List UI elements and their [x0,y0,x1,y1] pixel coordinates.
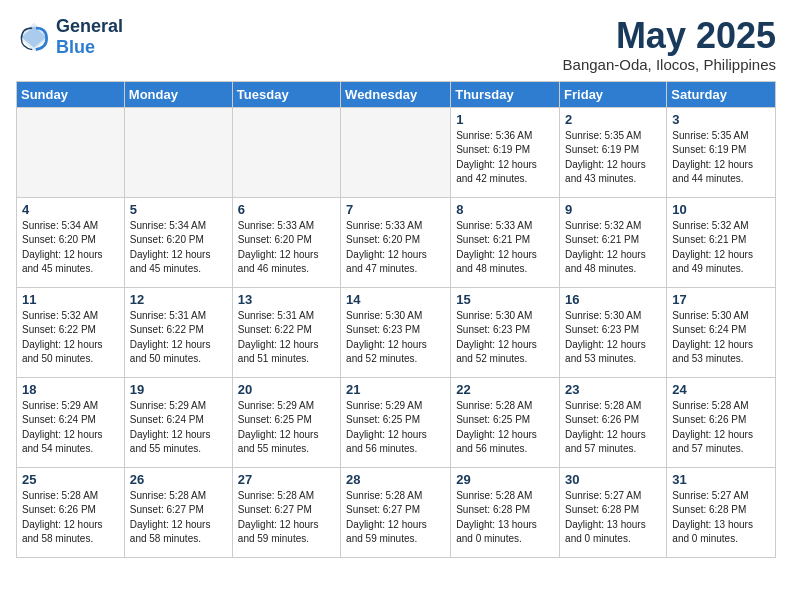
day-info: Sunrise: 5:28 AM Sunset: 6:26 PM Dayligh… [672,399,770,457]
page-header: General Blue May 2025 Bangan-Oda, Ilocos… [16,16,776,73]
day-info: Sunrise: 5:34 AM Sunset: 6:20 PM Dayligh… [22,219,119,277]
column-header-tuesday: Tuesday [232,81,340,107]
day-cell [232,107,340,197]
day-info: Sunrise: 5:30 AM Sunset: 6:24 PM Dayligh… [672,309,770,367]
day-info: Sunrise: 5:32 AM Sunset: 6:22 PM Dayligh… [22,309,119,367]
day-info: Sunrise: 5:28 AM Sunset: 6:27 PM Dayligh… [130,489,227,547]
week-row-4: 18Sunrise: 5:29 AM Sunset: 6:24 PM Dayli… [17,377,776,467]
logo-text: General Blue [56,16,123,58]
day-info: Sunrise: 5:27 AM Sunset: 6:28 PM Dayligh… [565,489,661,547]
day-number: 15 [456,292,554,307]
day-cell: 11Sunrise: 5:32 AM Sunset: 6:22 PM Dayli… [17,287,125,377]
day-cell [341,107,451,197]
day-info: Sunrise: 5:29 AM Sunset: 6:25 PM Dayligh… [238,399,335,457]
day-number: 31 [672,472,770,487]
column-header-friday: Friday [560,81,667,107]
day-number: 25 [22,472,119,487]
day-cell: 19Sunrise: 5:29 AM Sunset: 6:24 PM Dayli… [124,377,232,467]
day-cell: 22Sunrise: 5:28 AM Sunset: 6:25 PM Dayli… [451,377,560,467]
month-title: May 2025 [563,16,776,56]
day-info: Sunrise: 5:34 AM Sunset: 6:20 PM Dayligh… [130,219,227,277]
day-info: Sunrise: 5:27 AM Sunset: 6:28 PM Dayligh… [672,489,770,547]
day-info: Sunrise: 5:28 AM Sunset: 6:27 PM Dayligh… [346,489,445,547]
day-number: 13 [238,292,335,307]
day-number: 4 [22,202,119,217]
day-info: Sunrise: 5:30 AM Sunset: 6:23 PM Dayligh… [346,309,445,367]
day-cell [124,107,232,197]
day-cell: 23Sunrise: 5:28 AM Sunset: 6:26 PM Dayli… [560,377,667,467]
week-row-5: 25Sunrise: 5:28 AM Sunset: 6:26 PM Dayli… [17,467,776,557]
day-number: 27 [238,472,335,487]
day-cell: 7Sunrise: 5:33 AM Sunset: 6:20 PM Daylig… [341,197,451,287]
day-cell: 10Sunrise: 5:32 AM Sunset: 6:21 PM Dayli… [667,197,776,287]
day-cell: 30Sunrise: 5:27 AM Sunset: 6:28 PM Dayli… [560,467,667,557]
day-cell: 13Sunrise: 5:31 AM Sunset: 6:22 PM Dayli… [232,287,340,377]
day-number: 8 [456,202,554,217]
day-number: 1 [456,112,554,127]
day-cell: 16Sunrise: 5:30 AM Sunset: 6:23 PM Dayli… [560,287,667,377]
day-info: Sunrise: 5:31 AM Sunset: 6:22 PM Dayligh… [130,309,227,367]
logo: General Blue [16,16,123,58]
day-info: Sunrise: 5:30 AM Sunset: 6:23 PM Dayligh… [565,309,661,367]
day-number: 10 [672,202,770,217]
day-number: 24 [672,382,770,397]
day-cell [17,107,125,197]
day-info: Sunrise: 5:29 AM Sunset: 6:24 PM Dayligh… [130,399,227,457]
day-cell: 28Sunrise: 5:28 AM Sunset: 6:27 PM Dayli… [341,467,451,557]
day-cell: 18Sunrise: 5:29 AM Sunset: 6:24 PM Dayli… [17,377,125,467]
day-cell: 8Sunrise: 5:33 AM Sunset: 6:21 PM Daylig… [451,197,560,287]
day-cell: 5Sunrise: 5:34 AM Sunset: 6:20 PM Daylig… [124,197,232,287]
day-info: Sunrise: 5:28 AM Sunset: 6:26 PM Dayligh… [565,399,661,457]
day-cell: 20Sunrise: 5:29 AM Sunset: 6:25 PM Dayli… [232,377,340,467]
day-number: 19 [130,382,227,397]
column-header-saturday: Saturday [667,81,776,107]
title-block: May 2025 Bangan-Oda, Ilocos, Philippines [563,16,776,73]
column-header-sunday: Sunday [17,81,125,107]
day-info: Sunrise: 5:29 AM Sunset: 6:25 PM Dayligh… [346,399,445,457]
header-row: SundayMondayTuesdayWednesdayThursdayFrid… [17,81,776,107]
week-row-3: 11Sunrise: 5:32 AM Sunset: 6:22 PM Dayli… [17,287,776,377]
day-info: Sunrise: 5:32 AM Sunset: 6:21 PM Dayligh… [565,219,661,277]
day-number: 14 [346,292,445,307]
day-number: 7 [346,202,445,217]
day-number: 20 [238,382,335,397]
day-cell: 26Sunrise: 5:28 AM Sunset: 6:27 PM Dayli… [124,467,232,557]
column-header-monday: Monday [124,81,232,107]
day-cell: 25Sunrise: 5:28 AM Sunset: 6:26 PM Dayli… [17,467,125,557]
day-cell: 14Sunrise: 5:30 AM Sunset: 6:23 PM Dayli… [341,287,451,377]
day-number: 29 [456,472,554,487]
day-number: 3 [672,112,770,127]
day-cell: 21Sunrise: 5:29 AM Sunset: 6:25 PM Dayli… [341,377,451,467]
day-number: 11 [22,292,119,307]
day-number: 23 [565,382,661,397]
day-info: Sunrise: 5:36 AM Sunset: 6:19 PM Dayligh… [456,129,554,187]
week-row-2: 4Sunrise: 5:34 AM Sunset: 6:20 PM Daylig… [17,197,776,287]
day-info: Sunrise: 5:33 AM Sunset: 6:21 PM Dayligh… [456,219,554,277]
day-number: 9 [565,202,661,217]
day-number: 5 [130,202,227,217]
day-cell: 27Sunrise: 5:28 AM Sunset: 6:27 PM Dayli… [232,467,340,557]
day-info: Sunrise: 5:28 AM Sunset: 6:28 PM Dayligh… [456,489,554,547]
column-header-wednesday: Wednesday [341,81,451,107]
day-cell: 9Sunrise: 5:32 AM Sunset: 6:21 PM Daylig… [560,197,667,287]
logo-icon [16,19,52,55]
day-number: 18 [22,382,119,397]
day-number: 30 [565,472,661,487]
day-info: Sunrise: 5:31 AM Sunset: 6:22 PM Dayligh… [238,309,335,367]
day-number: 26 [130,472,227,487]
day-cell: 3Sunrise: 5:35 AM Sunset: 6:19 PM Daylig… [667,107,776,197]
day-info: Sunrise: 5:28 AM Sunset: 6:25 PM Dayligh… [456,399,554,457]
location: Bangan-Oda, Ilocos, Philippines [563,56,776,73]
day-info: Sunrise: 5:33 AM Sunset: 6:20 PM Dayligh… [238,219,335,277]
day-info: Sunrise: 5:33 AM Sunset: 6:20 PM Dayligh… [346,219,445,277]
column-header-thursday: Thursday [451,81,560,107]
day-number: 17 [672,292,770,307]
day-info: Sunrise: 5:35 AM Sunset: 6:19 PM Dayligh… [672,129,770,187]
day-cell: 31Sunrise: 5:27 AM Sunset: 6:28 PM Dayli… [667,467,776,557]
day-number: 6 [238,202,335,217]
day-cell: 24Sunrise: 5:28 AM Sunset: 6:26 PM Dayli… [667,377,776,467]
day-cell: 1Sunrise: 5:36 AM Sunset: 6:19 PM Daylig… [451,107,560,197]
day-info: Sunrise: 5:32 AM Sunset: 6:21 PM Dayligh… [672,219,770,277]
day-number: 12 [130,292,227,307]
day-info: Sunrise: 5:30 AM Sunset: 6:23 PM Dayligh… [456,309,554,367]
